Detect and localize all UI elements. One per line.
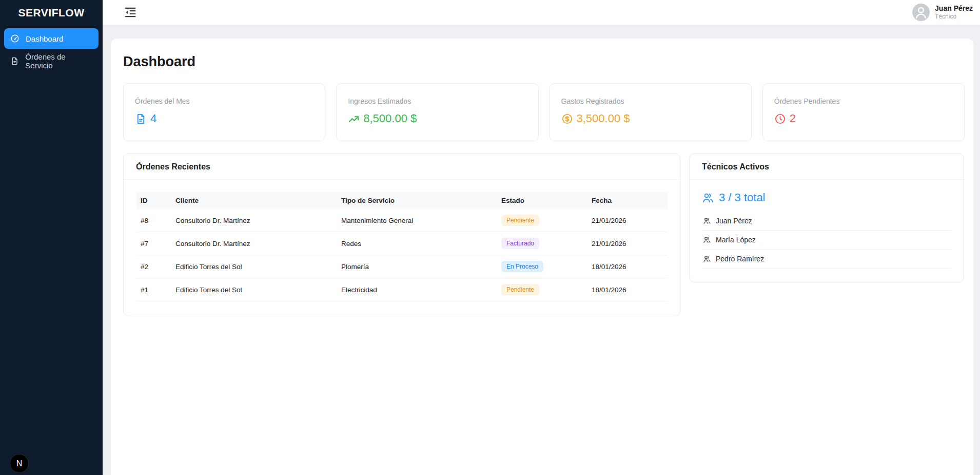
cell-tipo: Electricidad xyxy=(337,280,497,299)
user-role: Técnico xyxy=(935,13,973,21)
table-row: #7 Consultorio Dr. Martínez Redes Factur… xyxy=(136,232,668,255)
stat-card-ingresos-estimados: Ingresos Estimados 8,500.00 $ xyxy=(336,83,538,141)
avatar xyxy=(912,4,930,21)
file-icon xyxy=(10,56,19,66)
col-header-id: ID xyxy=(136,192,171,209)
users-icon xyxy=(703,217,711,225)
table-row: #8 Consultorio Dr. Martínez Mantenimient… xyxy=(136,209,668,232)
cell-fecha: 18/01/2026 xyxy=(587,257,668,276)
stat-value: 8,500.00 $ xyxy=(348,112,526,125)
cell-estado: Facturado xyxy=(497,232,587,255)
cell-fecha: 18/01/2026 xyxy=(587,280,668,299)
cell-estado: Pendiente xyxy=(497,278,587,301)
cell-fecha: 21/01/2026 xyxy=(587,211,668,230)
sidebar-item-label: Órdenes de Servicio xyxy=(25,52,92,70)
orders-table-header: ID Cliente Tipo de Servicio Estado Fecha xyxy=(136,192,668,209)
technicians-count-text: 3 / 3 total xyxy=(719,191,766,204)
recent-orders-panel: Órdenes Recientes ID Cliente Tipo de Ser… xyxy=(123,154,680,316)
table-row: #1 Edificio Torres del Sol Electricidad … xyxy=(136,278,668,301)
users-icon xyxy=(703,255,711,263)
status-badge: Facturado xyxy=(501,238,539,249)
col-header-estado: Estado xyxy=(497,192,587,209)
cell-tipo: Mantenimiento General xyxy=(337,211,497,230)
stat-number: 4 xyxy=(150,112,156,125)
list-item: Pedro Ramírez xyxy=(702,250,951,269)
stat-card-ordenes-del-mes: Órdenes del Mes 4 xyxy=(123,83,325,141)
main-column: Juan Pérez Técnico Dashboard Órdenes del… xyxy=(103,0,980,475)
cell-estado: Pendiente xyxy=(497,209,587,232)
stat-label: Ingresos Estimados xyxy=(348,97,526,105)
sidebar-item-label: Dashboard xyxy=(26,34,63,43)
sidebar-item-ordenes-de-servicio[interactable]: Órdenes de Servicio xyxy=(4,51,99,71)
users-icon xyxy=(703,236,711,244)
recent-orders-title: Órdenes Recientes xyxy=(124,154,680,180)
users-icon xyxy=(702,192,714,204)
sidebar-item-dashboard[interactable]: Dashboard xyxy=(4,28,99,49)
user-menu[interactable]: Juan Pérez Técnico xyxy=(912,4,973,21)
stat-label: Gastos Registrados xyxy=(561,97,740,105)
cell-tipo: Plomería xyxy=(337,257,497,276)
stat-value: 3,500.00 $ xyxy=(561,112,740,125)
user-name: Juan Pérez xyxy=(935,4,973,13)
content-area: Dashboard Órdenes del Mes xyxy=(103,25,980,475)
content-card: Dashboard Órdenes del Mes xyxy=(111,39,973,475)
technician-name: María López xyxy=(716,236,756,244)
cell-id: #1 xyxy=(136,280,171,299)
cell-cliente: Consultorio Dr. Martínez xyxy=(171,234,337,253)
sidebar-nav: Dashboard Órdenes de Servicio xyxy=(0,25,103,71)
list-item: María López xyxy=(702,231,951,250)
file-icon xyxy=(135,113,147,125)
panels-row: Órdenes Recientes ID Cliente Tipo de Ser… xyxy=(123,154,965,316)
clock-icon xyxy=(774,113,786,125)
page-title: Dashboard xyxy=(123,54,965,70)
technician-name: Juan Pérez xyxy=(716,217,752,225)
cell-id: #8 xyxy=(136,211,171,230)
cell-fecha: 21/01/2026 xyxy=(587,234,668,253)
status-badge: Pendiente xyxy=(501,284,539,295)
stat-label: Órdenes Pendientes xyxy=(774,97,953,105)
cell-estado: En Proceso xyxy=(497,255,587,278)
technicians-count: 3 / 3 total xyxy=(702,191,951,204)
gauge-icon xyxy=(10,34,19,43)
list-item: Juan Pérez xyxy=(702,212,951,231)
stat-card-ordenes-pendientes: Órdenes Pendientes 2 xyxy=(762,83,965,141)
stat-cards-row: Órdenes del Mes 4 xyxy=(123,83,965,141)
stat-number: 2 xyxy=(790,112,796,125)
technicians-body: 3 / 3 total xyxy=(690,180,964,282)
status-badge: Pendiente xyxy=(501,215,539,226)
cell-tipo: Redes xyxy=(337,234,497,253)
stat-number: 8,500.00 $ xyxy=(363,112,417,125)
stat-label: Órdenes del Mes xyxy=(135,97,313,105)
cell-cliente: Edificio Torres del Sol xyxy=(171,280,337,299)
orders-table: ID Cliente Tipo de Servicio Estado Fecha… xyxy=(136,192,668,301)
person-icon xyxy=(912,4,930,21)
active-technicians-title: Técnicos Activos xyxy=(690,154,964,180)
orders-table-body: #8 Consultorio Dr. Martínez Mantenimient… xyxy=(136,209,668,301)
nextjs-dev-badge[interactable]: N xyxy=(10,454,29,473)
cell-cliente: Edificio Torres del Sol xyxy=(171,257,337,276)
col-header-tipo: Tipo de Servicio xyxy=(337,192,497,209)
table-row: #2 Edificio Torres del Sol Plomería En P… xyxy=(136,255,668,278)
dollar-circle-icon xyxy=(561,113,573,125)
sidebar-collapse-icon[interactable] xyxy=(123,5,138,20)
trending-up-icon xyxy=(348,113,360,125)
col-header-fecha: Fecha xyxy=(587,192,668,209)
active-technicians-panel: Técnicos Activos xyxy=(689,154,964,282)
stat-card-gastos-registrados: Gastos Registrados 3,500.00 $ xyxy=(550,83,752,141)
user-info: Juan Pérez Técnico xyxy=(935,4,973,21)
topbar: Juan Pérez Técnico xyxy=(103,0,980,25)
app-logo: SERVIFLOW xyxy=(0,0,103,25)
cell-id: #7 xyxy=(136,234,171,253)
col-header-cliente: Cliente xyxy=(171,192,337,209)
stat-value: 4 xyxy=(135,112,313,125)
status-badge: En Proceso xyxy=(501,261,543,272)
technician-name: Pedro Ramírez xyxy=(716,255,764,263)
stat-value: 2 xyxy=(774,112,953,125)
cell-id: #2 xyxy=(136,257,171,276)
cell-cliente: Consultorio Dr. Martínez xyxy=(171,211,337,230)
sidebar: SERVIFLOW Dashboard xyxy=(0,0,103,475)
stat-number: 3,500.00 $ xyxy=(577,112,630,125)
app-root: SERVIFLOW Dashboard xyxy=(0,0,980,475)
